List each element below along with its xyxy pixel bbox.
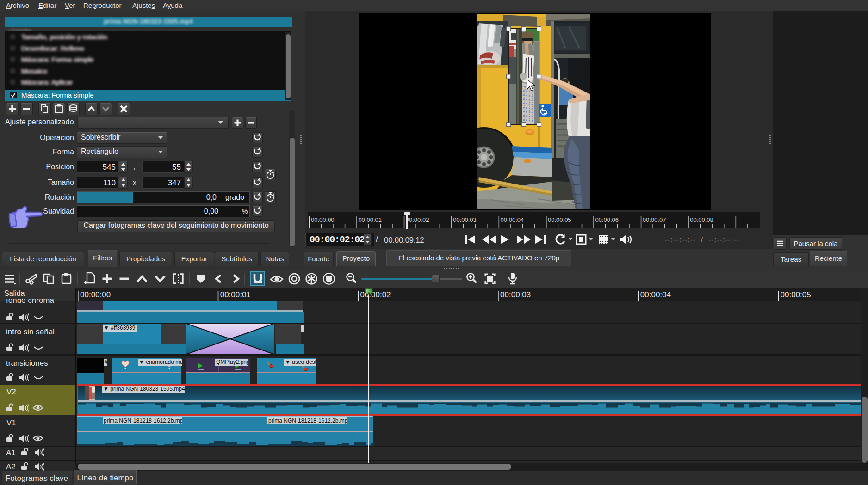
svg-text:00:00:01: 00:00:01 [220, 290, 251, 299]
svg-text:00:00:04: 00:00:04 [640, 290, 671, 299]
svg-text:00:00:04: 00:00:04 [501, 216, 524, 223]
svg-text:00:00:02: 00:00:02 [406, 216, 429, 223]
svg-text:00:00:03: 00:00:03 [453, 216, 477, 223]
svg-text:00:00:01: 00:00:01 [358, 216, 382, 223]
svg-text:00:00:05: 00:00:05 [781, 290, 811, 299]
svg-text:00:00:00: 00:00:00 [80, 290, 111, 299]
svg-text:00:00:00: 00:00:00 [311, 216, 335, 223]
svg-text:00:00:07: 00:00:07 [643, 216, 666, 223]
svg-text:00:00:03: 00:00:03 [500, 290, 531, 299]
svg-text:00:00:08: 00:00:08 [690, 216, 713, 223]
svg-text:00:00:05: 00:00:05 [548, 216, 571, 223]
svg-text:00:00:06: 00:00:06 [595, 216, 619, 223]
